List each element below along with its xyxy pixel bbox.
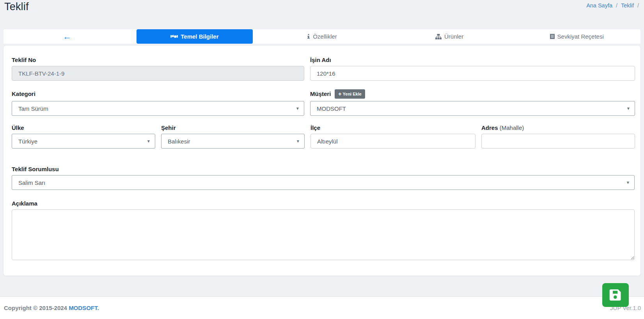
chevron-down-icon: ▼ (296, 107, 299, 110)
teklif-sorumlusu-selected-value: Salim Sarı (18, 179, 45, 186)
ulke-select[interactable]: Türkiye ▼ (12, 134, 155, 149)
aciklama-label: Açıklama (12, 200, 635, 207)
isin-adi-label: İşin Adı (310, 57, 635, 64)
field-adres: Adres (Mahalle) (481, 124, 635, 149)
chevron-down-icon: ▼ (147, 140, 150, 143)
tab-label: Ürünler (444, 33, 463, 40)
musteri-label: Müşteri (310, 90, 331, 97)
ilce-input[interactable] (310, 134, 475, 149)
tab-temel-bilgiler[interactable]: Temel Bilgiler (137, 29, 253, 44)
breadcrumb: Ana Sayfa / Teklif / (586, 2, 641, 9)
modsoft-link[interactable]: MODSOFT. (69, 305, 99, 311)
teklif-sorumlusu-label: Teklif Sorumlusu (12, 166, 635, 173)
info-icon (307, 34, 310, 39)
tab-strip: ← Temel Bilgiler Özellikler Ürünler Sevk… (4, 29, 640, 44)
kategori-label: Kategori (12, 90, 35, 97)
page-header: Teklif Ana Sayfa / Teklif / (0, 0, 644, 16)
chevron-down-icon: ▼ (627, 181, 629, 184)
tab-label: Özellikler (313, 33, 337, 40)
adres-input[interactable] (481, 134, 635, 149)
field-teklif-no: Teklif No (12, 57, 304, 81)
teklif-sorumlusu-select[interactable]: Salim Sarı ▼ (12, 175, 635, 190)
field-teklif-sorumlusu: Teklif Sorumlusu Salim Sarı ▼ (12, 166, 635, 190)
chevron-down-icon: ▼ (297, 140, 299, 143)
breadcrumb-home-link[interactable]: Ana Sayfa (586, 2, 612, 9)
sehir-selected-value: Balıkesir (168, 138, 190, 145)
breadcrumb-teklif-link[interactable]: Teklif (621, 2, 634, 9)
plus-icon: + (338, 91, 341, 97)
isin-adi-input[interactable] (310, 66, 635, 81)
save-button[interactable] (602, 283, 629, 307)
teklif-no-label: Teklif No (12, 57, 304, 64)
tab-sevkiyat-recetesi[interactable]: Sevkiyat Reçetesi (518, 29, 635, 44)
kategori-select[interactable]: Tam Sürüm ▼ (12, 101, 304, 116)
copyright-text: Copyright © 2015-2024 MODSOFT. (4, 305, 99, 311)
field-isin-adi: İşin Adı (310, 57, 635, 81)
adres-label: Adres (Mahalle) (481, 124, 635, 131)
field-musteri: Müşteri + Yeni Ekle MODSOFT ▼ (310, 89, 635, 116)
breadcrumb-separator: / (637, 2, 639, 9)
sehir-select[interactable]: Balıkesir ▼ (161, 134, 305, 149)
add-customer-button[interactable]: + Yeni Ekle (335, 89, 365, 99)
sitemap-icon (435, 34, 442, 39)
musteri-selected-value: MODSOFT (317, 105, 346, 112)
page-footer: Copyright © 2015-2024 MODSOFT. JUP Ver.1… (0, 296, 644, 319)
field-ilce: İlçe (310, 124, 475, 149)
aciklama-textarea[interactable] (12, 209, 635, 260)
chevron-down-icon: ▼ (627, 107, 630, 110)
add-customer-button-label: Yeni Ekle (343, 92, 362, 96)
ilce-label: İlçe (310, 124, 475, 131)
handshake-icon (170, 34, 178, 39)
tab-urunler[interactable]: Ürünler (391, 29, 508, 44)
main-content: ← Temel Bilgiler Özellikler Ürünler Sevk… (4, 29, 640, 276)
ulke-selected-value: Türkiye (18, 138, 37, 145)
ulke-label: Ülke (12, 124, 155, 131)
tab-label: Temel Bilgiler (181, 33, 218, 40)
form-card: Teklif No İşin Adı Kategori Tam Sürüm ▼ … (4, 46, 640, 276)
musteri-select[interactable]: MODSOFT ▼ (310, 101, 635, 116)
field-kategori: Kategori Tam Sürüm ▼ (12, 89, 304, 116)
receipt-icon (550, 34, 555, 39)
kategori-selected-value: Tam Sürüm (18, 105, 48, 112)
breadcrumb-separator: / (616, 2, 617, 9)
field-aciklama: Açıklama (12, 200, 635, 260)
page-title: Teklif (4, 1, 640, 13)
sehir-label: Şehir (161, 124, 305, 131)
field-ulke: Ülke Türkiye ▼ (12, 124, 155, 149)
tab-ozellikler[interactable]: Özellikler (264, 29, 380, 44)
back-arrow-icon[interactable]: ← (63, 32, 71, 41)
field-sehir: Şehir Balıkesir ▼ (161, 124, 305, 149)
tab-label: Sevkiyat Reçetesi (557, 33, 604, 40)
save-floppy-icon (609, 288, 623, 302)
adres-label-suffix: (Mahalle) (500, 124, 524, 131)
teklif-no-input (12, 66, 304, 81)
